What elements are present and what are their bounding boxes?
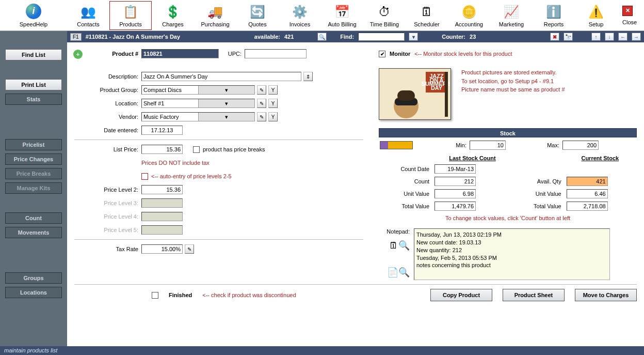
- finished-label: Finished: [169, 292, 192, 298]
- count-value: [434, 177, 476, 186]
- price-changes-button[interactable]: Price Changes: [5, 153, 62, 165]
- price-level2-input[interactable]: [141, 185, 183, 194]
- last-unit-value: [434, 189, 476, 198]
- product-group-select[interactable]: Compact Discs▾: [141, 85, 255, 95]
- pricelist-button[interactable]: Pricelist: [5, 139, 62, 150]
- tax-rate-label: Tax Rate: [74, 246, 141, 252]
- stats-button[interactable]: Stats: [5, 94, 62, 105]
- toolbar-purchasing[interactable]: 🚚Purchasing: [194, 1, 236, 30]
- products-label: Products: [119, 21, 141, 27]
- toolbar-timebilling[interactable]: ⏱Time Billing: [363, 1, 406, 30]
- max-input[interactable]: [562, 141, 599, 150]
- price-breaks-button[interactable]: Price Breaks: [5, 168, 62, 179]
- upc-input[interactable]: [245, 49, 307, 58]
- toolbar-accounting[interactable]: 🪙Accounting: [448, 1, 490, 30]
- filter-vendor-icon[interactable]: Y: [268, 112, 278, 121]
- nav-up-icon[interactable]: ↑: [591, 33, 601, 41]
- min-input[interactable]: [470, 141, 506, 150]
- scheduler-label: Scheduler: [414, 21, 440, 27]
- date-entered-input[interactable]: [141, 126, 183, 135]
- binoculars-icon[interactable]: 🔭: [564, 33, 573, 41]
- list-price-label: List Price:: [74, 146, 141, 152]
- find-input[interactable]: [358, 33, 405, 41]
- find-list-button[interactable]: Find List: [5, 49, 62, 60]
- count-button[interactable]: Count: [5, 212, 62, 224]
- toolbar-invoices[interactable]: ⚙️Invoices: [279, 1, 321, 30]
- toolbar-autobilling[interactable]: 📅Auto Billing: [321, 1, 363, 30]
- manage-kits-button[interactable]: Manage Kits: [5, 182, 62, 194]
- locations-button[interactable]: Locations: [5, 287, 62, 298]
- upc-label: UPC:: [219, 51, 245, 57]
- nav-down-icon[interactable]: ↓: [605, 33, 614, 41]
- filter-group-icon[interactable]: Y: [268, 85, 278, 95]
- monitor-hint: <-- Monitor stock levels for this produc…: [414, 51, 512, 57]
- toolbar-products[interactable]: 📋Products: [109, 1, 152, 30]
- timebilling-icon: ⏱: [376, 4, 393, 20]
- toolbar-scheduler[interactable]: 🗓Scheduler: [406, 1, 448, 30]
- notepad-label: Notepad:: [379, 228, 410, 235]
- nav-prev-icon[interactable]: ←: [618, 33, 627, 41]
- edit-location-icon[interactable]: ✎: [257, 99, 266, 108]
- search-icon[interactable]: 🔍: [317, 33, 327, 41]
- reports-label: Reports: [544, 21, 564, 27]
- notepad-textarea[interactable]: Thursday, Jun 13, 2013 02:19 PMNew count…: [414, 228, 610, 280]
- toolbar-marketing[interactable]: 📈Marketing: [490, 1, 533, 30]
- edit-tax-icon[interactable]: ✎: [185, 244, 194, 254]
- reports-icon: ℹ️: [545, 4, 562, 20]
- date-entered-label: Date entered:: [74, 127, 141, 133]
- price-level2-label: Price Level 2:: [74, 187, 141, 193]
- edit-vendor-icon[interactable]: ✎: [257, 112, 266, 121]
- calendar-icon[interactable]: 🗓🔍: [379, 240, 410, 251]
- tax-rate-input[interactable]: [141, 244, 183, 254]
- price-level4-input: [141, 212, 183, 221]
- find-dropdown-icon[interactable]: ▾: [409, 33, 418, 41]
- description-label: Description:: [74, 73, 141, 80]
- close-label: Close: [622, 19, 637, 25]
- count-label: Count: [380, 176, 431, 187]
- stock-header: Stock: [379, 128, 637, 137]
- price-level3-label: Price Level 3:: [74, 200, 141, 206]
- charges-label: Charges: [162, 21, 184, 27]
- product-sheet-button[interactable]: Product Sheet: [503, 289, 565, 301]
- vendor-select[interactable]: Music Factory▾: [141, 112, 255, 121]
- delete-icon[interactable]: ✖: [550, 33, 559, 41]
- record-header: F1 #110821 - Jazz On A Summer's Day avai…: [67, 31, 644, 42]
- quotes-icon: 🔄: [249, 4, 266, 20]
- list-price-input[interactable]: [141, 145, 183, 154]
- location-select[interactable]: Shelf #1▾: [141, 99, 255, 108]
- product-image: JAZZ ON A SUMMER'S DAY: [379, 68, 451, 120]
- description-input[interactable]: [141, 72, 301, 81]
- product-form: + Product # UPC: Description: ⇕ Product …: [67, 42, 644, 346]
- count-date-label: Count Date: [380, 163, 431, 175]
- movements-button[interactable]: Movements: [5, 227, 62, 238]
- price-breaks-checkbox[interactable]: [193, 146, 200, 153]
- filter-location-icon[interactable]: Y: [268, 99, 278, 108]
- move-to-charges-button[interactable]: Move to Charges: [575, 289, 637, 301]
- cur-total-value: [567, 202, 608, 211]
- sidebar: Find List Print List Stats Pricelist Pri…: [0, 31, 67, 346]
- expand-description-icon[interactable]: ⇕: [303, 72, 313, 81]
- product-number-input[interactable]: [141, 49, 219, 58]
- add-product-icon[interactable]: +: [73, 50, 83, 59]
- speedhelp-button[interactable]: i SpeedHelp: [0, 0, 67, 31]
- toolbar-quotes[interactable]: 🔄Quotes: [236, 1, 279, 30]
- auto-entry-checkbox[interactable]: [141, 173, 148, 180]
- available-label: available:: [254, 34, 280, 40]
- auto-entry-label: <-- auto-entry of price levels 2-5: [148, 173, 232, 179]
- cur-total-value-label: Total Value: [513, 200, 564, 212]
- document-search-icon[interactable]: 📄🔍: [379, 267, 410, 278]
- last-unit-value-label: Unit Value: [380, 188, 431, 199]
- copy-product-button[interactable]: Copy Product: [430, 289, 492, 301]
- edit-group-icon[interactable]: ✎: [257, 85, 266, 95]
- toolbar-charges[interactable]: 💲Charges: [152, 1, 194, 30]
- toolbar-contacts[interactable]: 👥Contacts: [67, 1, 109, 30]
- nav-next-icon[interactable]: →: [632, 33, 641, 41]
- top-toolbar: i SpeedHelp 👥Contacts📋Products💲Charges🚚P…: [0, 0, 644, 31]
- toolbar-reports[interactable]: ℹ️Reports: [533, 1, 575, 30]
- print-list-button[interactable]: Print List: [5, 79, 62, 90]
- close-icon[interactable]: ✕: [622, 6, 633, 16]
- groups-button[interactable]: Groups: [5, 272, 62, 284]
- toolbar-setup[interactable]: ⚠️Setup: [575, 1, 617, 30]
- finished-checkbox[interactable]: [152, 292, 158, 299]
- monitor-checkbox[interactable]: ✔: [379, 51, 385, 57]
